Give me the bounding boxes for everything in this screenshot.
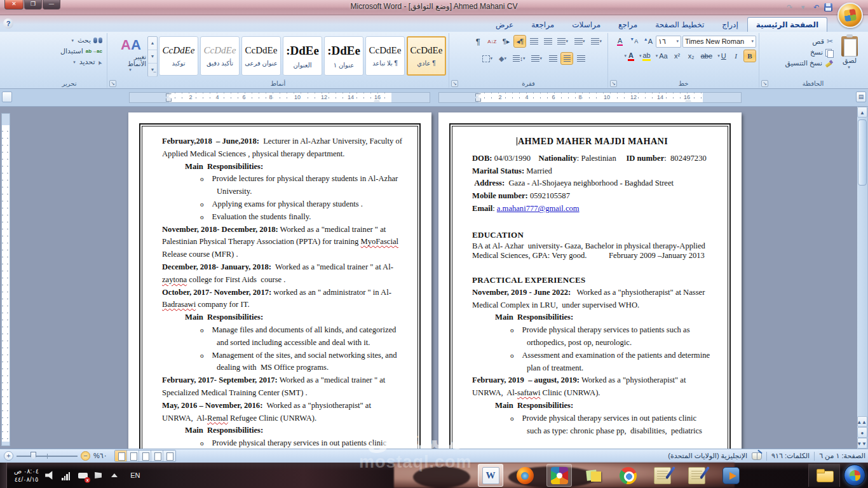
grow-font-button[interactable]: A▲: [642, 35, 654, 48]
office-button[interactable]: [837, 3, 863, 28]
decrease-indent-button[interactable]: [541, 35, 554, 48]
next-page-icon[interactable]: ▼▼: [857, 438, 867, 449]
start-button[interactable]: [844, 464, 865, 486]
network-signal-icon[interactable]: [62, 470, 72, 480]
find-button[interactable]: بحث▾: [70, 35, 104, 46]
style-item[interactable]: CcDdEe ¶ عادي: [407, 36, 446, 76]
qat-dropdown-icon[interactable]: ▾: [797, 2, 808, 12]
web-layout-view-icon[interactable]: [139, 451, 151, 461]
ltr-direction-button[interactable]: ▸¶: [499, 35, 512, 48]
taskbar-app-chrome[interactable]: [615, 464, 641, 487]
ribbon-tab[interactable]: مراسلات: [563, 17, 609, 32]
help-icon[interactable]: ?: [3, 18, 13, 29]
page-content[interactable]: February,2018 – June,2018: Lecturer in A…: [162, 135, 402, 449]
strikethrough-button[interactable]: abe: [699, 50, 714, 62]
scroll-up-icon[interactable]: ▲: [857, 107, 867, 118]
font-family-select[interactable]: Times New Roman▾: [682, 36, 756, 48]
zoom-out-icon[interactable]: −: [81, 451, 90, 461]
taskbar-clock[interactable]: ٠٨:٠٤ ص ٤٤/٠٨/١٥: [14, 467, 39, 484]
previous-page-icon[interactable]: ▲▲: [857, 416, 867, 427]
superscript-button[interactable]: x²: [671, 50, 684, 62]
redo-icon[interactable]: ↷: [784, 2, 795, 12]
scrollbar-thumb[interactable]: [858, 119, 867, 186]
email-link[interactable]: a.mahani777@gmail.com: [497, 204, 580, 213]
style-item[interactable]: :DdEe عنوان ١: [324, 36, 363, 76]
taskbar-app-picasa[interactable]: [546, 464, 572, 487]
vertical-scrollbar[interactable]: ▲ ▲▲ ● ▼▼: [857, 107, 868, 449]
increase-indent-button[interactable]: [527, 35, 540, 48]
change-case-button[interactable]: Aa▾: [654, 50, 670, 62]
document-page-2[interactable]: February,2018 – June,2018: Lecturer in A…: [128, 112, 431, 449]
multilevel-list-button[interactable]: ▾: [555, 35, 571, 48]
volume-icon[interactable]: [45, 470, 55, 480]
undo-icon[interactable]: ↶: [811, 2, 822, 12]
word-count[interactable]: الكلمات: ٩١٦: [771, 452, 810, 460]
underline-button[interactable]: U▾: [715, 50, 728, 62]
numbering-button[interactable]: ▾: [589, 35, 605, 48]
show-desktop-button[interactable]: [0, 463, 7, 488]
draft-view-icon[interactable]: [163, 451, 175, 461]
style-item[interactable]: :DdEe العنوان: [283, 36, 322, 76]
ribbon-tab[interactable]: إدراج: [713, 17, 747, 32]
style-item[interactable]: CcDdEe ¶ بلا تباعد: [365, 36, 405, 76]
show-paragraph-marks-button[interactable]: ¶: [471, 35, 484, 48]
styles-more-icon[interactable]: ▼̲: [148, 64, 157, 77]
font-size-select[interactable]: ١٦▾: [656, 36, 681, 48]
proofing-status-icon[interactable]: [752, 452, 762, 460]
copy-button[interactable]: نسخ: [783, 48, 835, 57]
zoom-level[interactable]: %٦٠: [93, 452, 107, 460]
shrink-font-button[interactable]: A▼: [628, 35, 641, 48]
indent-marker[interactable]: [166, 93, 172, 102]
subscript-button[interactable]: x₂: [685, 50, 698, 62]
save-icon[interactable]: [824, 2, 835, 12]
align-center-button[interactable]: [560, 52, 573, 65]
page-indicator[interactable]: الصفحة: ١ من ٦: [819, 452, 865, 460]
ribbon-tab[interactable]: مراجع: [609, 17, 646, 32]
style-item[interactable]: CcDdEe توكيد: [159, 36, 198, 76]
vertical-ruler[interactable]: [1, 113, 10, 446]
italic-button[interactable]: I: [729, 50, 742, 62]
format-painter-button[interactable]: نسخ التنسيق: [783, 58, 835, 68]
fullscreen-view-icon[interactable]: [127, 451, 139, 461]
taskbar-app-firefox[interactable]: [512, 464, 538, 487]
language-indicator[interactable]: الإنجليزية (الولايات المتحدة): [668, 452, 747, 460]
taskbar-app-media[interactable]: [718, 464, 743, 487]
align-left-button[interactable]: [546, 52, 559, 65]
shading-button[interactable]: ▾◆: [497, 52, 510, 65]
line-spacing-button[interactable]: ▾↕: [511, 52, 529, 65]
horizontal-ruler-right[interactable]: 246810121416: [438, 92, 742, 103]
zoom-in-icon[interactable]: +: [4, 451, 13, 461]
tray-expand-icon[interactable]: [111, 470, 121, 480]
justify-button[interactable]: ▾: [529, 52, 545, 65]
taskbar-app-sticky[interactable]: [581, 464, 606, 487]
page-content[interactable]: AHMED MAHER MAJDI MAHANIDOB: 04/03/1990 …: [472, 135, 712, 437]
outline-view-icon[interactable]: [151, 451, 163, 461]
horizontal-ruler-left[interactable]: 246810121416: [129, 92, 430, 103]
change-styles-button[interactable]: AA تغيير الأنماط▾: [116, 37, 146, 72]
style-item[interactable]: CcDdEe تأكيد دقيق: [200, 36, 240, 76]
styles-scroll-down-icon[interactable]: ▼: [148, 50, 157, 64]
styles-scroll-up-icon[interactable]: ▲: [148, 37, 157, 50]
zoom-slider-thumb[interactable]: [31, 452, 36, 460]
bold-button[interactable]: B: [743, 50, 756, 62]
view-ruler-toggle[interactable]: ▤: [856, 92, 866, 102]
taskbar-app-explorer[interactable]: [811, 464, 837, 487]
paste-button[interactable]: لصق▾: [835, 36, 864, 77]
taskbar-app-journal[interactable]: [649, 464, 675, 487]
cut-button[interactable]: قص: [783, 36, 835, 46]
ribbon-tab[interactable]: تخطيط الصفحة: [646, 17, 713, 32]
borders-button[interactable]: ▾: [480, 52, 496, 65]
ribbon-tab[interactable]: عرض: [487, 17, 522, 32]
rtl-direction-button[interactable]: ¶◂: [513, 35, 526, 48]
action-center-flag-icon[interactable]: [95, 470, 105, 480]
bullets-button[interactable]: ▾: [573, 35, 588, 48]
clear-formatting-button[interactable]: A: [614, 35, 627, 48]
sort-button[interactable]: A↓Z: [485, 35, 498, 48]
align-right-button[interactable]: [574, 52, 587, 65]
zoom-slider[interactable]: [17, 456, 78, 457]
document-page-1[interactable]: AHMED MAHER MAJDI MAHANIDOB: 04/03/1990 …: [438, 112, 742, 449]
font-color-button[interactable]: A▾: [622, 50, 635, 62]
battery-icon[interactable]: [78, 470, 88, 480]
replace-button[interactable]: ab→acاستبدال: [58, 46, 104, 57]
tab-selector[interactable]: [2, 92, 12, 102]
